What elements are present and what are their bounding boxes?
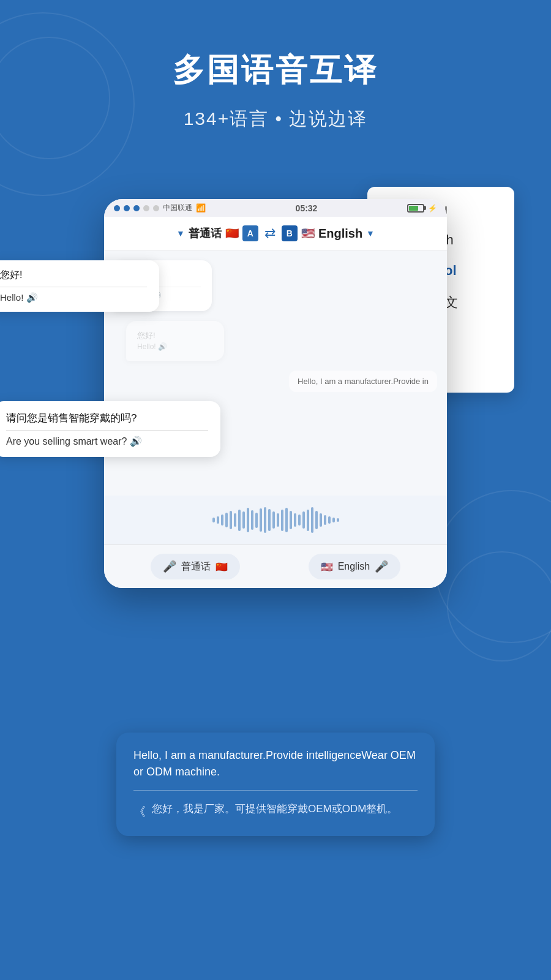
status-right: ⚡ <box>407 204 437 213</box>
header: 多国语音互译 134+语言 • 边说边译 <box>0 0 551 150</box>
waveform-display <box>104 496 447 545</box>
wave-bar <box>285 508 288 532</box>
wifi-icon: 📶 <box>196 203 206 213</box>
mic-left-button[interactable]: 🎤 普通话 🇨🇳 <box>151 554 240 579</box>
battery-indicator <box>407 204 424 213</box>
lang-b-box: B <box>282 225 298 241</box>
mic-right-flag: 🇺🇸 <box>321 561 333 573</box>
floating-reply-bubble: Hello, I am a manufacturer.Provide intel… <box>116 733 435 836</box>
bottom-mic-bar: 🎤 普通话 🇨🇳 🇺🇸 English 🎤 <box>104 545 447 588</box>
wave-bar <box>225 513 228 527</box>
wave-bar <box>234 513 236 527</box>
wave-bar <box>255 513 258 528</box>
page-subtitle: 134+语言 • 边说边译 <box>0 107 551 132</box>
wave-bar <box>302 511 305 529</box>
wave-bar <box>281 510 283 531</box>
floating-question-zh: 请问您是销售智能穿戴的吗? <box>6 411 208 431</box>
lang-a-box: A <box>242 225 258 241</box>
lightning-icon: ⚡ <box>428 204 437 213</box>
wave-bar <box>290 511 292 529</box>
battery-fill <box>409 206 418 211</box>
floating-greeting-bubble: 您好! Hello! 🔊 <box>0 260 159 312</box>
lang-b-arrow: ▼ <box>366 228 375 238</box>
wave-bar <box>212 518 215 522</box>
wave-bar <box>260 508 262 532</box>
wave-bar <box>238 510 241 531</box>
signal-dot-2 <box>124 205 130 211</box>
wave-bar <box>268 509 271 531</box>
wave-bar <box>307 510 309 531</box>
lang-a-label: 普通话 <box>189 226 222 241</box>
wave-bar <box>324 515 326 525</box>
language-selector-bar[interactable]: ▼ 普通话 🇨🇳 A ⇄ B 🇺🇸 English ▼ <box>104 217 447 251</box>
lang-a-flag: 🇨🇳 <box>225 227 239 240</box>
wave-bar <box>221 514 223 526</box>
wave-bar <box>311 507 313 533</box>
wave-bar <box>332 518 335 522</box>
shadow-text: 您好! <box>137 330 213 342</box>
wave-bar <box>320 513 322 527</box>
floating-greeting-en: Hello! 🔊 <box>0 292 147 303</box>
mic-right-icon: 🎤 <box>375 560 388 573</box>
mic-right-button[interactable]: 🇺🇸 English 🎤 <box>309 554 400 579</box>
wave-bar <box>230 511 232 529</box>
wave-bar <box>247 508 249 532</box>
floating-question-bubble: 请问您是销售智能穿戴的吗? Are you selling smart wear… <box>0 401 220 457</box>
mic-left-icon: 🎤 <box>163 560 176 573</box>
preview-reply-bubble: Hello, I am a manufacturer.Provide in <box>289 371 437 392</box>
wave-bar <box>217 516 219 524</box>
wave-bar <box>264 507 266 533</box>
shadow-en-text: Hello! 🔊 <box>137 341 213 352</box>
wave-bar <box>294 513 296 527</box>
carrier-label: 中国联通 <box>163 203 192 213</box>
lang-a-button[interactable]: ▼ 普通话 🇨🇳 A <box>176 225 258 241</box>
lang-b-button[interactable]: B 🇺🇸 English ▼ <box>282 225 375 241</box>
mic-left-flag: 🇨🇳 <box>216 561 228 573</box>
floating-reply-en: Hello, I am a manufacturer.Provide intel… <box>133 747 418 791</box>
wave-bar <box>315 511 318 529</box>
floating-question-en: Are you selling smart wear? 🔊 <box>6 435 208 447</box>
phone-area: 🇲🇾 Melayu 🇩🇪 Deutsch 🇪🇸 Espanol 🇨🇳 繁體中文 … <box>0 162 551 897</box>
mic-left-label: 普通话 <box>181 560 211 573</box>
time-display: 05:32 <box>296 203 318 213</box>
wave-bar <box>277 513 279 527</box>
signal-dot-3 <box>133 205 140 211</box>
floating-reply-zh: 《 您好，我是厂家。可提供智能穿戴OEM或ODM整机。 <box>133 801 418 821</box>
status-left: 中国联通 📶 <box>114 203 206 213</box>
page-title: 多国语音互译 <box>0 49 551 92</box>
signal-dot-1 <box>114 205 120 211</box>
phone-mockup: 中国联通 📶 05:32 ⚡ ▼ 普通话 🇨🇳 A ⇄ B <box>104 199 447 588</box>
lang-a-arrow: ▼ <box>176 228 185 238</box>
swap-button[interactable]: ⇄ <box>264 225 276 241</box>
wave-bar <box>251 510 253 530</box>
sound-wave-icon: 《 <box>133 802 146 821</box>
signal-dot-5 <box>153 205 159 211</box>
signal-dot-4 <box>143 205 149 211</box>
lang-b-label: English <box>318 227 362 241</box>
floating-greeting-zh: 您好! <box>0 269 147 287</box>
lang-b-flag: 🇺🇸 <box>301 227 315 240</box>
wave-bar <box>328 516 331 524</box>
chat-bubble-shadow: 您好! Hello! 🔊 <box>126 321 224 361</box>
wave-bar <box>242 511 245 529</box>
wave-bar <box>272 511 275 529</box>
status-bar: 中国联通 📶 05:32 ⚡ <box>104 199 447 217</box>
battery-tip <box>424 206 426 210</box>
wave-bar <box>298 514 301 526</box>
mic-right-label: English <box>338 561 370 572</box>
wave-bar <box>337 518 339 522</box>
